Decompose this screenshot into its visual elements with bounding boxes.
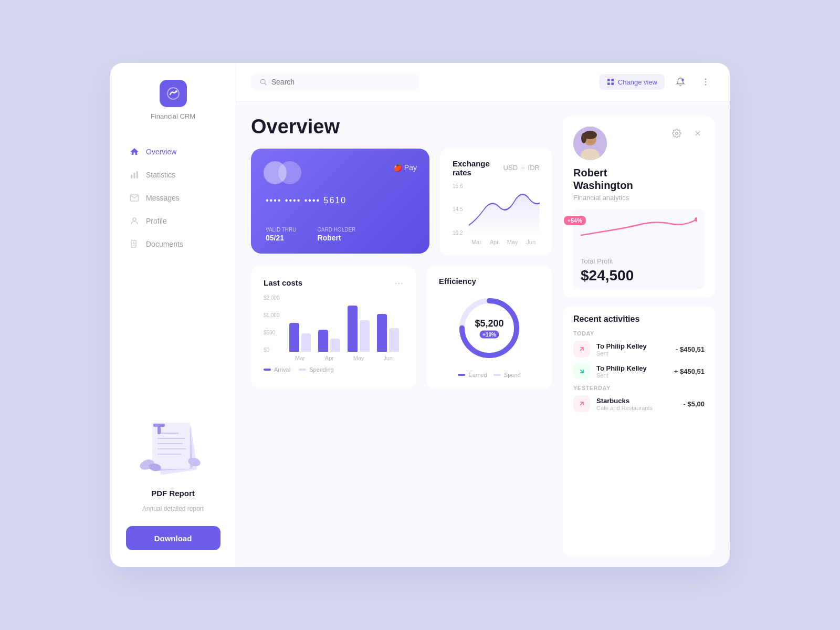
top-row: 🍎 Pay •••• •••• •••• 5610 VALID THRU 05/… (251, 149, 552, 256)
donut-center: $5,200 +10% (475, 318, 503, 338)
activity-amount-3: - $5,00 (684, 400, 705, 408)
search-input[interactable] (271, 78, 411, 86)
profile-sparkline (581, 214, 697, 240)
card-pay-label: 🍎 Pay (393, 163, 417, 172)
yesterday-label: YESTERDAY (573, 385, 705, 391)
bar-group-may (348, 306, 370, 352)
bar-chart-icon (129, 170, 140, 180)
page-title: Overview (251, 116, 552, 138)
svg-point-0 (167, 88, 179, 99)
svg-rect-2 (131, 175, 132, 178)
svg-rect-29 (611, 82, 614, 85)
costs-bars-area: Mar Apr May Jun (285, 295, 403, 361)
profile-name: Robert Washington (573, 166, 705, 192)
efficiency-badge: +10% (479, 330, 499, 338)
card-bottom-info: VALID THRU 05/21 CARD HOLDER Robert (266, 227, 415, 242)
legend-dot-arrival (264, 369, 271, 371)
card-holder-label: CARD HOLDER (318, 227, 356, 233)
profile-role: Financial analytics (573, 194, 705, 202)
activity-item-2: To Philip Kelley Sent + $450,51 (573, 363, 705, 380)
settings-button[interactable] (669, 125, 685, 141)
change-view-label: Change view (618, 78, 657, 86)
legend-dot-earned (458, 374, 465, 376)
user-icon (129, 216, 140, 226)
valid-thru-value: 05/21 (266, 234, 297, 242)
bar-x-apr: Apr (318, 355, 340, 361)
last-costs-menu[interactable]: ··· (394, 277, 403, 289)
card-circle-left (264, 161, 287, 184)
efficiency-title: Efficiency (439, 277, 476, 286)
legend-earned-label: Earned (468, 372, 487, 378)
activity-icon-3 (573, 395, 590, 412)
nav-label-messages: Messages (146, 194, 180, 202)
activity-item-3: Starbucks Cafe and Restaurants - $5,00 (573, 395, 705, 412)
legend-spend-label: Spend (504, 372, 521, 378)
activity-amount-1: - $450,51 (676, 345, 705, 353)
close-profile-button[interactable] (690, 125, 706, 141)
app-logo[interactable] (160, 80, 187, 107)
settings-icon (672, 129, 681, 138)
profit-label: Total Profit (581, 257, 697, 265)
sidebar: Financial CRM Overview Statistics (110, 63, 236, 567)
svg-rect-26 (607, 79, 610, 81)
costs-y-axis: $2,000 $1,000 $500 $0 (264, 295, 280, 353)
pdf-report-subtitle: Annual detailed report (142, 505, 204, 512)
legend-earned: Earned (458, 372, 487, 378)
currency-sep: = (521, 164, 525, 172)
search-bar[interactable] (251, 74, 419, 90)
sidebar-bottom: PDF Report Annual detailed report Downlo… (110, 417, 236, 550)
card-number: •••• •••• •••• 5610 (266, 196, 346, 205)
documents-icon (129, 239, 140, 249)
change-view-button[interactable]: Change view (599, 74, 665, 90)
activity-item-1: To Philip Kelley Sent - $450,51 (573, 341, 705, 358)
svg-point-45 (581, 133, 586, 143)
arrow-up-right-icon-2 (578, 400, 585, 407)
bar-x-may: May (348, 355, 370, 361)
card-valid-thru: VALID THRU 05/21 (266, 227, 297, 242)
more-dots-icon (701, 77, 710, 87)
svg-rect-4 (136, 171, 138, 178)
legend-arrival-label: Arrival (274, 366, 290, 373)
right-panel: Robert Washington Financial analytics +5… (563, 116, 715, 556)
legend-dot-spend (494, 374, 501, 376)
activity-name-1: To Philip Kelley (596, 342, 669, 350)
activity-icon-2 (573, 363, 590, 380)
svg-rect-28 (607, 82, 610, 85)
svg-rect-20 (158, 427, 161, 434)
avatar-image (573, 127, 607, 160)
bottom-row: Last costs ··· $2,000 $1,000 $500 $0 (251, 266, 552, 388)
notifications-button[interactable] (671, 72, 690, 91)
activity-info-1: To Philip Kelley Sent (596, 342, 669, 356)
exchange-x-may: May (507, 239, 518, 245)
activity-name-2: To Philip Kelley (596, 364, 668, 372)
nav-label-overview: Overview (146, 148, 176, 156)
nav-label-statistics: Statistics (146, 171, 175, 179)
donut-value: $5,200 (475, 318, 503, 329)
activity-info-2: To Philip Kelley Sent (596, 364, 668, 379)
center-column: Overview 🍎 Pay •••• •••• •••• 5610 (251, 116, 552, 556)
bar-apr-arrival (318, 330, 328, 352)
legend-arrival: Arrival (264, 366, 290, 373)
svg-line-48 (580, 370, 583, 373)
activity-name-3: Starbucks (596, 397, 677, 405)
profile-name-line1: Robert (573, 166, 705, 179)
legend-spend: Spend (494, 372, 521, 378)
today-label: TODAY (573, 330, 705, 337)
more-options-button[interactable] (696, 72, 715, 91)
svg-rect-19 (153, 424, 165, 427)
pdf-report-title: PDF Report (151, 489, 195, 498)
sidebar-item-statistics[interactable]: Statistics (121, 164, 225, 185)
sidebar-item-documents[interactable]: Documents (121, 234, 225, 255)
svg-line-47 (580, 348, 583, 351)
currency-pair: USD = IDR (503, 164, 540, 172)
sidebar-item-profile[interactable]: Profile (121, 211, 225, 232)
profile-avatar (573, 127, 607, 160)
sidebar-item-overview[interactable]: Overview (121, 141, 225, 162)
bar-jun-spending (389, 328, 399, 352)
sidebar-item-messages[interactable]: Messages (121, 187, 225, 208)
download-button[interactable]: Download (126, 526, 220, 550)
main-content: Overview 🍎 Pay •••• •••• •••• 5610 (236, 101, 730, 567)
app-name: Financial CRM (151, 112, 195, 120)
activity-sub-3: Cafe and Restaurants (596, 405, 677, 411)
svg-point-30 (681, 79, 684, 81)
